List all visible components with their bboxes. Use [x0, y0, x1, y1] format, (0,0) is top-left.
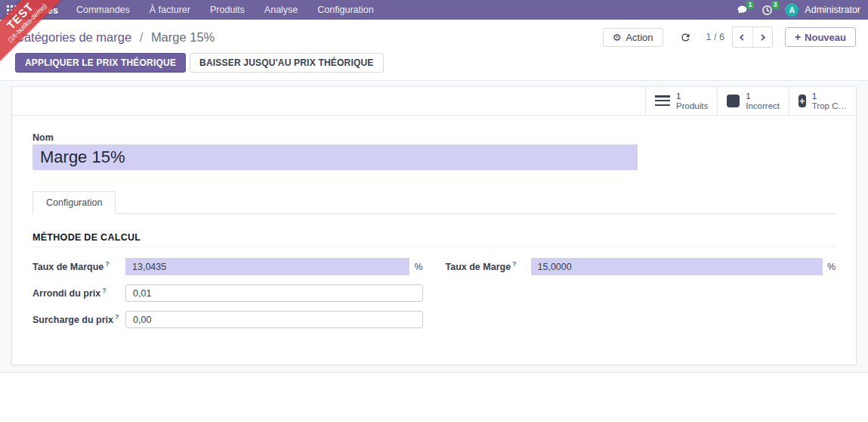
percent-suffix: % — [827, 262, 836, 272]
stat-label: Incorrect — [746, 101, 780, 111]
new-button-label: Nouveau — [805, 32, 846, 43]
taux-marge-label: Taux de Marge — [446, 262, 511, 273]
pager-next-button[interactable] — [752, 27, 772, 47]
field-taux-de-marge: Taux de Marge? % — [446, 258, 836, 275]
calculation-method-section: MÉTHODE DE CALCUL Taux de Marque? % Arro… — [32, 232, 836, 337]
help-icon[interactable]: ? — [102, 287, 107, 294]
group-right-column: Taux de Marge? % — [446, 258, 836, 337]
nav-item-configuration[interactable]: Configuration — [317, 5, 373, 15]
nav-item-produits[interactable]: Produits — [210, 5, 245, 15]
activities-icon[interactable]: 3 — [760, 4, 774, 16]
nav-menu: Commandes À facturer Produits Analyse Co… — [76, 5, 374, 15]
breadcrumb-current: Marge 15% — [151, 30, 215, 44]
messages-badge: 1 — [746, 1, 755, 9]
surcharge-input[interactable] — [125, 311, 423, 328]
refresh-button[interactable] — [680, 32, 691, 43]
action-button[interactable]: ⚙ Action — [603, 28, 663, 47]
percent-suffix: % — [414, 262, 422, 272]
section-title: MÉTHODE DE CALCUL — [32, 232, 836, 247]
stat-button-row: 1 Produits 1 Incorrect + 1 Trop C… — [12, 87, 856, 116]
stat-value: 1 — [812, 92, 847, 101]
pager-previous-button[interactable] — [733, 27, 752, 47]
form-sheet: 1 Produits 1 Incorrect + 1 Trop C… N — [11, 86, 857, 365]
help-icon[interactable]: ? — [105, 260, 110, 268]
breadcrumb: Catégories de marge / Marge 15% — [15, 30, 215, 45]
apps-grid-icon[interactable] — [7, 5, 17, 15]
new-record-button[interactable]: + Nouveau — [785, 27, 856, 47]
top-navbar: Ventes Commandes À facturer Produits Ana… — [0, 0, 868, 20]
arrondi-label: Arrondi du prix — [32, 289, 100, 299]
stat-button-trop-cher[interactable]: + 1 Trop C… — [789, 87, 856, 115]
group-left-column: Taux de Marque? % Arrondi du prix? Surch… — [32, 258, 423, 337]
nav-item-a-facturer[interactable]: À facturer — [150, 5, 190, 15]
activities-badge: 3 — [771, 1, 780, 9]
arrondi-input[interactable] — [125, 284, 423, 302]
pager — [732, 26, 773, 48]
breadcrumb-parent-link[interactable]: Catégories de marge — [15, 30, 131, 44]
stat-button-produits[interactable]: 1 Produits — [645, 87, 717, 115]
field-taux-de-marque: Taux de Marque? % — [32, 258, 423, 275]
chevron-left-icon — [738, 33, 746, 42]
taux-marge-input[interactable] — [531, 258, 823, 275]
refresh-icon — [680, 32, 691, 43]
tab-configuration[interactable]: Configuration — [32, 191, 116, 214]
control-panel: Catégories de marge / Marge 15% ⚙ Action… — [0, 20, 868, 81]
pager-value[interactable]: 1 / 6 — [706, 32, 724, 42]
notebook-tabs: Configuration — [32, 191, 836, 214]
messages-icon[interactable]: 1 — [735, 4, 749, 16]
systray: 1 3 A Administrator — [735, 3, 860, 17]
lower-to-theoretical-price-button[interactable]: BAISSER JUSQU'AU PRIX THÉORIQUE — [190, 53, 383, 73]
action-button-label: Action — [626, 32, 653, 43]
nav-item-commandes[interactable]: Commandes — [76, 5, 130, 15]
control-panel-buttons: ⚙ Action 1 / 6 + Nouveau — [603, 26, 856, 48]
name-input[interactable] — [32, 144, 638, 170]
help-icon[interactable]: ? — [512, 260, 517, 268]
taux-marque-input[interactable] — [125, 258, 409, 275]
taux-marque-label: Taux de Marque — [32, 262, 103, 273]
gear-icon: ⚙ — [613, 33, 622, 42]
stat-label: Trop C… — [812, 101, 847, 111]
help-icon[interactable]: ? — [115, 313, 119, 321]
nav-item-analyse[interactable]: Analyse — [264, 5, 298, 15]
user-avatar[interactable]: A — [785, 3, 798, 17]
field-arrondi-du-prix: Arrondi du prix? — [32, 284, 423, 302]
stat-label: Produits — [676, 101, 708, 111]
stat-button-incorrect[interactable]: 1 Incorrect — [717, 87, 789, 115]
record-action-buttons: APPLIQUER LE PRIX THÉORIQUE BAISSER JUSQ… — [0, 53, 868, 80]
list-icon — [655, 95, 670, 107]
field-surcharge-du-prix: Surcharge du prix? — [32, 311, 423, 328]
square-icon — [727, 95, 740, 107]
content-area: 1 Produits 1 Incorrect + 1 Trop C… N — [0, 81, 868, 373]
surcharge-label: Surcharge du prix — [32, 315, 113, 326]
breadcrumb-separator: / — [140, 30, 144, 44]
nav-app-name[interactable]: Ventes — [26, 5, 58, 16]
chevron-right-icon — [758, 33, 767, 42]
user-name[interactable]: Administrator — [805, 5, 860, 15]
plus-square-icon: + — [798, 95, 806, 107]
plus-icon: + — [795, 31, 801, 43]
apply-theoretical-price-button[interactable]: APPLIQUER LE PRIX THÉORIQUE — [15, 53, 186, 73]
stat-value: 1 — [676, 92, 708, 101]
stat-value: 1 — [746, 92, 780, 101]
name-field-label: Nom — [32, 132, 836, 143]
